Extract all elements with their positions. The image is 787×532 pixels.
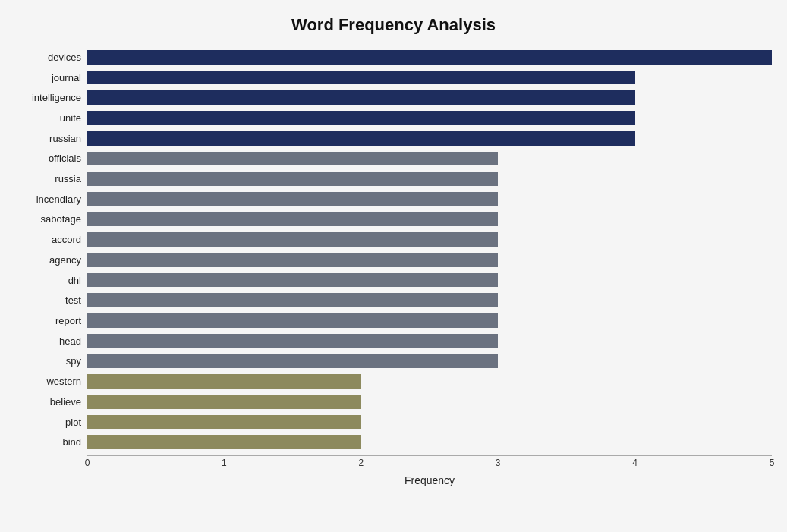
bar-track [87,334,772,348]
x-tick: 1 [222,458,227,468]
table-row: report [15,310,772,331]
bar-track [87,253,772,267]
bar-fill [87,374,361,389]
bar-label: devices [15,52,87,63]
bar-fill [87,50,772,65]
bar-track [87,71,772,85]
bar-fill [87,313,498,328]
bar-track [87,273,772,288]
bar-track [87,111,772,125]
bar-track [87,152,772,166]
bar-label: spy [15,355,87,367]
table-row: journal [15,68,772,88]
chart-container: Word Frequency Analysis devicesjournalin… [0,0,787,532]
bar-track [87,192,772,206]
table-row: bind [15,432,772,452]
bar-track [87,232,772,247]
bars-section: devicesjournalintelligenceuniterussianof… [15,47,772,452]
bar-label: incendiary [15,194,87,205]
table-row: devices [15,47,772,68]
bar-fill [87,152,498,166]
table-row: accord [15,229,772,250]
table-row: officials [15,149,772,169]
bar-label: russian [15,133,87,144]
bar-track [87,374,772,389]
table-row: test [15,290,772,310]
chart-title: Word Frequency Analysis [15,15,772,35]
x-axis-section: 012345 Frequency [87,455,772,486]
bar-track [87,131,772,146]
bar-label: plot [15,417,87,428]
bar-fill [87,131,635,146]
chart-area: devicesjournalintelligenceuniterussianof… [15,47,772,486]
x-tick: 5 [770,458,775,468]
bar-label: journal [15,72,87,83]
table-row: dhl [15,270,772,291]
table-row: incendiary [15,189,772,209]
bar-label: unite [15,112,87,124]
bar-fill [87,71,635,85]
table-row: intelligence [15,87,772,108]
x-axis-ticks: 012345 [87,456,772,471]
bar-track [87,212,772,227]
bar-fill [87,354,498,369]
table-row: russia [15,168,772,189]
bar-fill [87,415,361,430]
bar-label: report [15,315,87,326]
bar-fill [87,172,498,186]
bar-track [87,354,772,369]
table-row: sabotage [15,209,772,230]
bar-label: russia [15,173,87,184]
bar-label: sabotage [15,213,87,225]
table-row: believe [15,392,772,412]
bar-track [87,50,772,65]
bar-track [87,435,772,449]
bar-fill [87,212,498,227]
bar-fill [87,253,498,267]
bar-fill [87,435,361,449]
x-tick: 2 [358,458,364,468]
table-row: head [15,331,772,351]
x-tick: 3 [496,458,501,468]
table-row: unite [15,108,772,128]
x-tick: 4 [632,458,637,468]
table-row: russian [15,128,772,149]
bar-fill [87,334,498,348]
bar-track [87,395,772,409]
bar-label: agency [15,254,87,266]
table-row: plot [15,412,772,433]
bar-fill [87,111,635,125]
bar-label: bind [15,436,87,448]
bar-fill [87,395,361,409]
bar-label: officials [15,153,87,164]
bar-fill [87,293,498,307]
bar-label: accord [15,234,87,245]
bar-label: test [15,294,87,306]
bar-track [87,313,772,328]
bar-fill [87,90,635,105]
x-axis-label: Frequency [87,474,772,486]
bar-fill [87,232,498,247]
bar-track [87,172,772,186]
bar-label: head [15,335,87,347]
bar-label: believe [15,396,87,408]
table-row: spy [15,351,772,372]
table-row: agency [15,250,772,270]
bar-label: intelligence [15,92,87,103]
bar-fill [87,192,498,206]
bar-track [87,293,772,307]
bar-label: dhl [15,275,87,286]
x-tick: 0 [85,458,90,468]
bar-fill [87,273,498,288]
table-row: western [15,371,772,392]
bar-label: western [15,376,87,387]
bar-track [87,415,772,430]
bar-track [87,90,772,105]
